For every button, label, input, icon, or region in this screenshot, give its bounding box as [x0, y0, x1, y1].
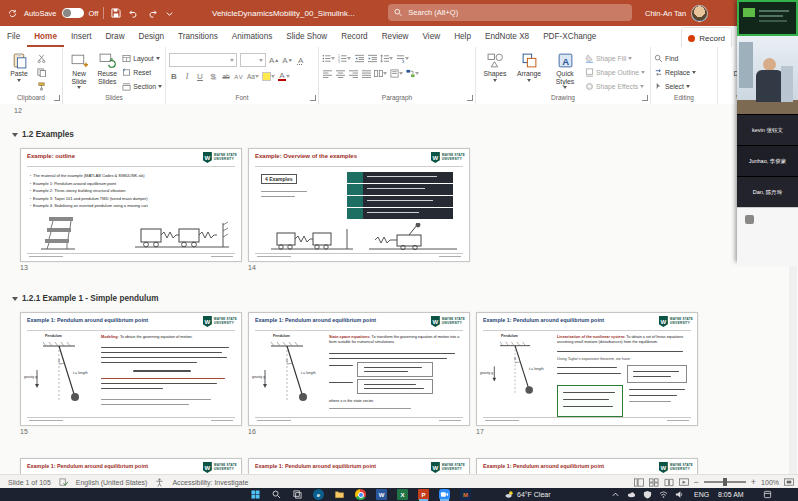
tab-help[interactable]: Help — [447, 26, 478, 47]
autosave-toggle[interactable] — [62, 8, 84, 18]
wifi-icon[interactable] — [658, 489, 669, 500]
task-view-button[interactable] — [292, 489, 303, 500]
font-size-combo[interactable] — [240, 53, 266, 67]
italic-button[interactable]: I — [182, 71, 192, 82]
tab-insert[interactable]: Insert — [64, 26, 98, 47]
tab-design[interactable]: Design — [132, 26, 172, 47]
section-header-example1[interactable]: 1.2.1 Example 1 - Simple pendulum — [12, 294, 159, 303]
search-input[interactable] — [406, 7, 626, 18]
slide-show-button[interactable] — [679, 478, 689, 487]
excel-icon[interactable]: X — [397, 489, 408, 500]
align-text-button[interactable] — [390, 68, 403, 79]
shape-effects-button[interactable]: Shape Effects — [585, 80, 645, 92]
tab-view[interactable]: View — [416, 26, 448, 47]
tab-file[interactable]: File — [0, 26, 27, 47]
start-button[interactable] — [250, 489, 261, 500]
undo-button[interactable] — [127, 7, 140, 20]
powerpoint-icon[interactable]: P — [418, 489, 429, 500]
slide-thumbnail-13[interactable]: Example: outline W WAYNE STATEUNIVERSITY… — [20, 148, 242, 262]
slide-thumbnail-15[interactable]: Example 1: Pendulum around equilibrium p… — [20, 312, 242, 426]
section-header-examples[interactable]: 1.2 Examples — [12, 130, 74, 139]
format-painter-button[interactable] — [37, 80, 46, 92]
edge-icon[interactable]: e — [313, 489, 324, 500]
reset-button[interactable]: Reset — [122, 66, 162, 78]
slide-thumbnail-14[interactable]: Example: Overview of the examples W WAYN… — [248, 148, 470, 262]
normal-view-button[interactable] — [634, 478, 644, 487]
replace-button[interactable]: Replace — [654, 66, 696, 78]
decrease-font-size-button[interactable]: A▼ — [282, 55, 292, 66]
reuse-slides-button[interactable]: Reuse Slides — [94, 50, 120, 85]
participant-tile[interactable]: Junhao, 李俊豪 — [737, 145, 798, 176]
search-box[interactable] — [388, 4, 632, 21]
slide-thumbnail-16[interactable]: Example 1: Pendulum around equilibrium p… — [248, 312, 470, 426]
matlab-icon[interactable]: M — [460, 489, 471, 500]
shape-fill-button[interactable]: Shape Fill — [585, 52, 645, 64]
tab-draw[interactable]: Draw — [98, 26, 131, 47]
new-slide-button[interactable]: New Slide — [66, 50, 92, 89]
slide-sorter-view-button[interactable] — [649, 478, 659, 487]
numbering-button[interactable]: 123 — [338, 53, 351, 64]
tab-animations[interactable]: Animations — [225, 26, 280, 47]
text-direction-button[interactable] — [396, 53, 409, 64]
copy-button[interactable] — [37, 66, 46, 78]
volume-icon[interactable] — [674, 489, 685, 500]
participant-tile[interactable]: kevin 张钰文 — [737, 114, 798, 145]
align-right-button[interactable] — [348, 68, 358, 79]
clipboard-dialog-launcher[interactable] — [54, 95, 60, 101]
change-case-button[interactable]: Aa — [247, 71, 259, 82]
clock[interactable]: 8:05 AM — [718, 488, 744, 501]
quick-styles-button[interactable]: A Quick Styles — [547, 50, 583, 89]
strikethrough-button[interactable]: ab — [221, 71, 231, 82]
tab-endnote[interactable]: EndNote X8 — [478, 26, 536, 47]
tab-review[interactable]: Review — [375, 26, 416, 47]
user-account[interactable]: Chin-An Tan — [645, 0, 708, 26]
decrease-indent-button[interactable] — [354, 53, 364, 64]
tab-home[interactable]: Home — [27, 26, 64, 47]
shape-outline-button[interactable]: Shape Outline — [585, 66, 645, 78]
font-color-button[interactable]: A — [278, 71, 290, 82]
word-icon[interactable]: W — [376, 489, 387, 500]
slide-thumbnail-17[interactable]: Example 1: Pendulum around equilibrium p… — [476, 312, 698, 426]
align-left-button[interactable] — [322, 68, 332, 79]
section-button[interactable]: Section — [122, 80, 162, 92]
file-explorer-icon[interactable] — [334, 489, 345, 500]
increase-indent-button[interactable] — [367, 53, 377, 64]
tab-transitions[interactable]: Transitions — [171, 26, 225, 47]
slide-thumbnail-18[interactable]: Example 1: Pendulum around equilibrium p… — [20, 458, 242, 474]
taskbar-search-button[interactable] — [271, 489, 282, 500]
show-hidden-icons-button[interactable] — [610, 489, 621, 500]
notification-center-button[interactable] — [762, 489, 773, 500]
tab-pdf-xchange[interactable]: PDF-XChange — [536, 26, 603, 47]
zoom-slider[interactable] — [704, 481, 746, 483]
language-status[interactable]: English (United States) — [76, 479, 148, 486]
find-button[interactable]: Find — [654, 52, 696, 64]
paste-button[interactable]: Paste — [3, 50, 35, 82]
highlight-color-button[interactable] — [262, 71, 275, 82]
fit-slide-to-window-button[interactable] — [784, 478, 794, 487]
reading-view-button[interactable] — [664, 478, 674, 487]
tab-slide-show[interactable]: Slide Show — [279, 26, 334, 47]
save-button[interactable] — [109, 7, 122, 20]
tab-record[interactable]: Record — [334, 26, 374, 47]
bold-button[interactable]: B — [169, 71, 179, 82]
zoom-level[interactable]: 100% — [761, 479, 779, 486]
paragraph-dialog-launcher[interactable] — [467, 95, 473, 101]
cut-button[interactable] — [37, 52, 46, 64]
bullets-button[interactable] — [322, 53, 335, 64]
redo-button[interactable] — [145, 7, 158, 20]
security-shield-icon[interactable] — [642, 489, 653, 500]
columns-button[interactable] — [374, 68, 387, 79]
accessibility-status[interactable]: Accessibility: Investigate — [172, 479, 248, 486]
font-name-combo[interactable] — [169, 53, 237, 67]
zoom-in-button[interactable]: + — [751, 477, 756, 487]
onedrive-icon[interactable] — [626, 489, 637, 500]
participant-tile[interactable]: Dan, 陈丹玲 — [737, 176, 798, 207]
clear-formatting-button[interactable]: A — [296, 55, 306, 66]
participant-video-tile[interactable] — [737, 36, 798, 114]
language-indicator[interactable]: ENG — [694, 488, 709, 501]
font-dialog-launcher[interactable] — [310, 95, 316, 101]
slide-thumbnail-20[interactable]: Example 1: Pendulum around equilibrium p… — [476, 458, 698, 474]
increase-font-size-button[interactable]: A▲ — [269, 55, 279, 66]
weather-widget[interactable]: 64°F Clear — [505, 488, 551, 501]
spellcheck-icon[interactable] — [59, 478, 68, 487]
